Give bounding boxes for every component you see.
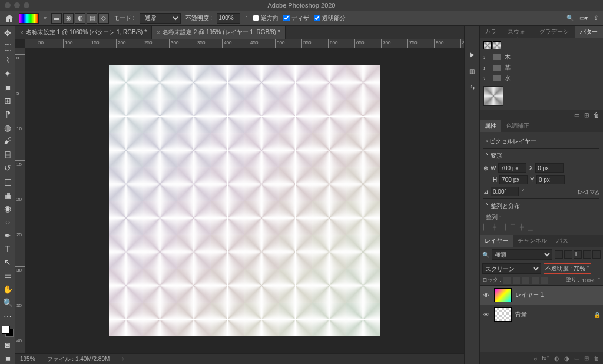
reverse-checkbox[interactable]: 逆方向 bbox=[253, 14, 279, 22]
minimize-btn[interactable] bbox=[14, 2, 20, 8]
trash-icon[interactable]: 🗑 bbox=[594, 112, 599, 118]
pen-tool[interactable]: ✒ bbox=[1, 229, 14, 241]
blend-mode-select[interactable]: スクリーン bbox=[482, 263, 541, 274]
link-icon[interactable]: ⊗ bbox=[483, 165, 488, 171]
y-input[interactable] bbox=[536, 175, 565, 184]
close-btn[interactable] bbox=[5, 2, 11, 8]
document-tab[interactable]: ×名称未設定 1 @ 1060% (パターン 1, RGB/8) * bbox=[15, 26, 152, 39]
document-tab[interactable]: ×名称未設定 2 @ 195% (レイヤー 1, RGB/8) * bbox=[152, 26, 285, 39]
dither-checkbox[interactable]: ディザ bbox=[283, 14, 309, 22]
layer-item[interactable]: 👁 レイヤー 1 bbox=[480, 285, 603, 305]
align-section[interactable]: ˅ 整列と分布 bbox=[483, 200, 599, 212]
ruler-horizontal[interactable]: 5010015020025030035040045050055060065070… bbox=[25, 39, 464, 48]
layer-name[interactable]: 背景 bbox=[515, 310, 527, 319]
fill-value[interactable]: 100% bbox=[582, 277, 595, 283]
pattern-thumb-small[interactable] bbox=[493, 41, 501, 49]
window-controls[interactable] bbox=[5, 2, 29, 8]
lasso-tool[interactable]: ⌇ bbox=[1, 54, 14, 67]
eraser-tool[interactable]: ◫ bbox=[1, 176, 14, 188]
wand-tool[interactable]: ✦ bbox=[1, 68, 14, 80]
zoom-btn[interactable] bbox=[24, 2, 29, 8]
transparency-checkbox[interactable]: 透明部分 bbox=[314, 14, 346, 22]
lock-artboard-icon[interactable] bbox=[532, 277, 539, 284]
layer-thumb[interactable] bbox=[494, 307, 512, 322]
color-swatches[interactable] bbox=[2, 326, 14, 337]
edit-toolbar[interactable]: ⋯ bbox=[1, 310, 14, 322]
align-more-icon[interactable]: ⋯ bbox=[538, 224, 544, 230]
fx-icon[interactable]: fx˅ bbox=[542, 355, 549, 362]
dodge-tool[interactable]: ○ bbox=[1, 216, 14, 228]
hand-tool[interactable]: ✋ bbox=[1, 283, 14, 296]
gradient-preset[interactable] bbox=[19, 13, 39, 24]
eyedropper-tool[interactable]: ⁋ bbox=[1, 108, 14, 120]
align-hcenter-icon[interactable]: ┿ bbox=[493, 224, 496, 230]
tab-gradients[interactable]: グラデーション bbox=[535, 26, 575, 38]
pattern-thumb-small[interactable] bbox=[483, 41, 492, 49]
path-tool[interactable]: ↖ bbox=[1, 256, 14, 269]
folder-new-icon[interactable]: ▭ bbox=[574, 112, 579, 118]
visibility-icon[interactable]: 👁 bbox=[482, 312, 491, 318]
x-input[interactable] bbox=[535, 163, 564, 173]
layer-opacity-value[interactable]: 70% bbox=[574, 266, 585, 272]
blend-mode-select[interactable]: 通常 bbox=[140, 13, 181, 24]
tab-swatches[interactable]: スウォッチ bbox=[503, 26, 535, 38]
new-layer-icon[interactable]: ⊞ bbox=[584, 355, 589, 362]
filter-pixel-icon[interactable] bbox=[555, 250, 563, 259]
gradient-angle-icon[interactable]: ◐ bbox=[75, 13, 85, 24]
type-tool[interactable]: T bbox=[1, 243, 14, 255]
align-top-icon[interactable]: ▔ bbox=[511, 224, 515, 230]
brush-tool[interactable]: 🖌 bbox=[1, 135, 14, 147]
new-icon[interactable]: ⊞ bbox=[584, 112, 589, 118]
pattern-thumb[interactable] bbox=[483, 86, 503, 106]
pattern-folder[interactable]: ›木 bbox=[483, 52, 599, 62]
history-icon[interactable]: ▥ bbox=[467, 66, 478, 75]
close-icon[interactable]: × bbox=[157, 29, 160, 36]
play-icon[interactable]: ▶ bbox=[467, 49, 478, 59]
gradient-linear-icon[interactable]: ▬ bbox=[51, 13, 62, 24]
blur-tool[interactable]: ◉ bbox=[1, 202, 14, 214]
opacity-input[interactable] bbox=[217, 13, 240, 24]
adjustment-icon[interactable]: ◑ bbox=[564, 355, 569, 362]
link-layers-icon[interactable]: ⌀ bbox=[534, 355, 537, 362]
home-icon[interactable] bbox=[5, 14, 14, 22]
visibility-icon[interactable]: 👁 bbox=[482, 292, 491, 299]
filter-adjust-icon[interactable] bbox=[564, 250, 572, 259]
gradient-diamond-icon[interactable]: ◇ bbox=[98, 13, 109, 24]
tab-properties[interactable]: 属性 bbox=[480, 120, 501, 132]
canvas-area[interactable] bbox=[25, 48, 464, 353]
align-bottom-icon[interactable]: ▁ bbox=[528, 224, 533, 230]
mask-icon[interactable]: ◐ bbox=[554, 355, 559, 362]
ruler-vertical[interactable]: 0510152025303540 bbox=[15, 48, 25, 353]
layer-name[interactable]: レイヤー 1 bbox=[515, 291, 544, 299]
lock-position-icon[interactable] bbox=[513, 277, 520, 284]
share-icon[interactable]: ⇪ bbox=[594, 15, 598, 21]
workspace-icon[interactable]: ▭▾ bbox=[579, 15, 588, 21]
group-icon[interactable]: ▭ bbox=[574, 355, 579, 362]
layer-thumb[interactable] bbox=[494, 288, 512, 302]
filter-smart-icon[interactable] bbox=[592, 250, 601, 259]
quickmask-tool[interactable]: ◙ bbox=[1, 338, 14, 350]
lock-all-icon[interactable] bbox=[522, 277, 529, 284]
transform-section[interactable]: ˅ 変形 bbox=[483, 150, 599, 162]
tab-layers[interactable]: レイヤー bbox=[480, 235, 513, 247]
zoom-level[interactable]: 195% bbox=[20, 356, 35, 362]
stamp-tool[interactable]: ⌸ bbox=[1, 148, 14, 161]
angle-input[interactable] bbox=[491, 187, 519, 196]
pattern-folder[interactable]: ›草 bbox=[483, 62, 599, 73]
flip-v-icon[interactable]: ▽△ bbox=[590, 188, 599, 195]
opacity-highlighted[interactable]: 不透明度 : 70% ˅ bbox=[544, 263, 591, 274]
file-size[interactable]: ファイル : 1.40M/2.80M bbox=[47, 355, 110, 363]
layer-filter-kind[interactable]: 種類 bbox=[492, 249, 552, 260]
width-input[interactable] bbox=[498, 163, 526, 173]
align-vcenter-icon[interactable]: ╋ bbox=[520, 224, 524, 230]
pattern-folder[interactable]: ›水 bbox=[483, 73, 599, 84]
tab-patterns[interactable]: パターン bbox=[575, 26, 603, 38]
filter-type-icon[interactable]: T bbox=[574, 250, 582, 259]
frame-tool[interactable]: ⊞ bbox=[1, 94, 14, 107]
align-left-icon[interactable]: ▏ bbox=[483, 224, 488, 230]
marquee-tool[interactable]: ⬚ bbox=[1, 41, 14, 53]
layer-item[interactable]: 👁 背景 🔒 bbox=[480, 305, 603, 324]
lock-pixels-icon[interactable] bbox=[503, 277, 511, 284]
delete-layer-icon[interactable]: 🗑 bbox=[594, 355, 599, 362]
close-icon[interactable]: × bbox=[20, 29, 24, 36]
